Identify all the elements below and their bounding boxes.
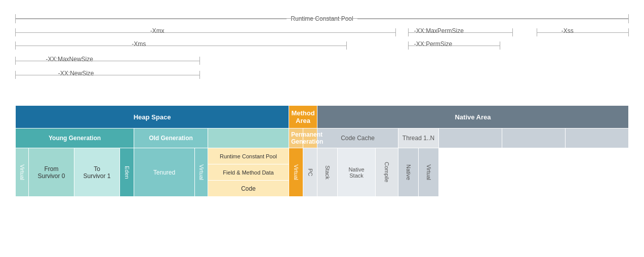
- compile-cell: Compile: [376, 148, 398, 197]
- label-xx-max-perm-size: -XX:MaxPermSize: [414, 27, 464, 34]
- method-area-header: Method Area: [289, 106, 317, 128]
- young-gen-header: Young Generation: [16, 128, 134, 148]
- virtual-native-cell: Virtual: [419, 148, 439, 197]
- native-area-header: Native Area: [317, 106, 629, 128]
- bracket-section: Runtime Constant Pool -Xmx -XX:MaxPermSi…: [15, 9, 629, 105]
- runtime-constant-pool-cell: Runtime Constant Pool: [208, 148, 289, 164]
- label-xx-new-size: -XX:NewSize: [58, 70, 94, 77]
- perm-gen-header: Permanent Generation: [289, 128, 303, 148]
- to-survivor-cell: ToSurvivor 1: [74, 148, 120, 197]
- memory-diagram: Heap Space Method Area Native Area Young…: [15, 105, 629, 197]
- from-survivor-cell: FromSurvivor 0: [29, 148, 74, 197]
- main-container: Runtime Constant Pool -Xmx -XX:MaxPermSi…: [0, 0, 644, 202]
- bracket-runtime-data-area: Runtime Constant Pool: [15, 14, 629, 23]
- virtual-old-cell: Virtual: [195, 148, 208, 197]
- tenured-cell: Tenured: [134, 148, 195, 197]
- old-gen-header: Old Generation: [134, 128, 208, 148]
- thread-header: Thread 1..N: [398, 128, 439, 148]
- stack-cell: Stack: [317, 148, 338, 197]
- virtual-perm-cell: Virtual: [289, 148, 303, 197]
- label-xmx: -Xmx: [150, 27, 165, 34]
- field-method-data-cell: Field & Method Data: [208, 164, 289, 181]
- sub-header-row: Young Generation Old Generation Permanen…: [16, 128, 629, 148]
- heap-space-header: Heap Space: [16, 106, 289, 128]
- code-cache-header: Code Cache: [317, 128, 398, 148]
- code-cell: Code: [208, 181, 289, 197]
- label-xms: -Xms: [132, 40, 146, 48]
- native-stack-cell: NativeStack: [338, 148, 376, 197]
- native-cell: Native: [398, 148, 419, 197]
- header-row: Heap Space Method Area Native Area: [16, 106, 629, 128]
- label-xx-max-new-size: -XX:MaxNewSize: [46, 56, 93, 63]
- content-row: Virtual FromSurvivor 0 ToSurvivor 1 Eden…: [16, 148, 629, 164]
- virtual-young-cell: Virtual: [16, 148, 29, 197]
- eden-cell: Eden: [120, 148, 134, 197]
- label-xx-perm-size: -XX:PermSize: [414, 40, 452, 48]
- label-xss: -Xss: [561, 27, 574, 34]
- pc-cell: PC: [303, 148, 317, 197]
